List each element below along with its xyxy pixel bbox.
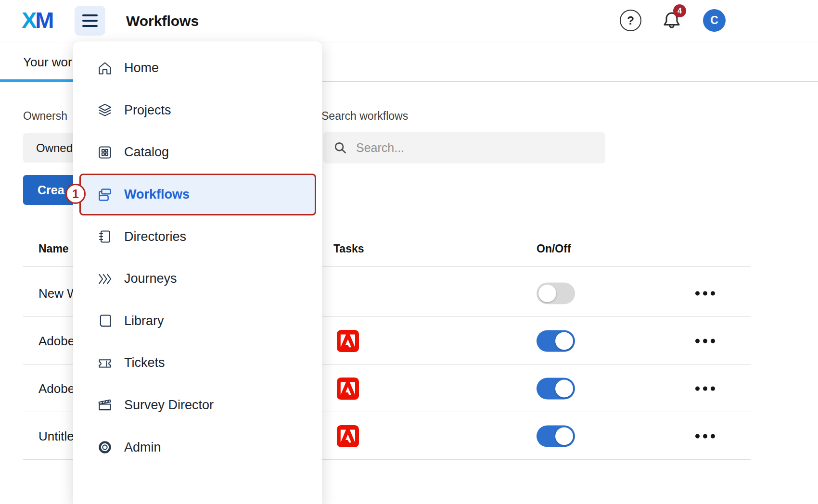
column-header-name: Name xyxy=(38,242,69,255)
top-bar: XM Workflows ? 4 C xyxy=(0,0,818,42)
active-tab-underline xyxy=(0,79,73,82)
menu-item-projects[interactable]: Projects xyxy=(73,89,322,132)
page-title: Workflows xyxy=(126,0,199,42)
toggle-knob xyxy=(555,427,573,445)
column-header-tasks: Tasks xyxy=(333,242,364,255)
row-actions-button[interactable] xyxy=(695,386,715,391)
toggle-knob xyxy=(555,379,573,397)
global-nav-menu-button[interactable] xyxy=(75,6,105,36)
annotation-step-badge: 1 xyxy=(65,184,86,204)
toggle-knob xyxy=(538,284,556,302)
workflow-name: Adobe xyxy=(38,333,75,348)
workflows-page: XM Workflows ? 4 C Your wor Ownersh Sear… xyxy=(0,0,818,504)
notification-count-badge: 4 xyxy=(673,4,686,17)
tab-your-workflows[interactable]: Your wor xyxy=(23,42,72,82)
on-off-toggle[interactable] xyxy=(537,378,575,399)
catalog-icon xyxy=(96,144,114,161)
adobe-task-icon xyxy=(337,378,359,400)
search-input[interactable] xyxy=(356,141,577,155)
directories-icon xyxy=(96,228,114,245)
ownership-label: Ownersh xyxy=(23,110,67,123)
projects-icon xyxy=(96,101,114,119)
menu-item-directories[interactable]: Directories xyxy=(73,215,322,258)
admin-gear-icon xyxy=(96,439,114,456)
adobe-task-icon xyxy=(337,425,359,447)
menu-item-workflows[interactable]: Workflows xyxy=(79,174,316,216)
workflow-name: Untitle xyxy=(38,428,74,443)
adobe-task-icon xyxy=(337,330,359,352)
tickets-icon xyxy=(96,354,114,372)
on-off-toggle[interactable] xyxy=(537,425,575,447)
search-icon xyxy=(333,140,347,155)
global-nav-menu: Home Projects Catalog Workflows Director xyxy=(73,41,322,504)
user-avatar[interactable]: C xyxy=(703,9,726,32)
workflow-name: Adobe xyxy=(38,381,75,396)
menu-item-journeys[interactable]: Journeys xyxy=(73,258,322,300)
workflows-icon xyxy=(96,186,114,203)
menu-item-admin[interactable]: Admin xyxy=(73,426,322,468)
row-actions-button[interactable] xyxy=(695,291,715,295)
on-off-toggle[interactable] xyxy=(537,282,575,304)
help-icon[interactable]: ? xyxy=(620,10,641,31)
menu-item-survey-director[interactable]: Survey Director xyxy=(73,384,322,427)
menu-item-library[interactable]: Library xyxy=(73,300,322,342)
library-icon xyxy=(96,312,114,329)
search-workflows-label: Search workflows xyxy=(321,110,408,123)
home-icon xyxy=(96,60,114,77)
menu-item-catalog[interactable]: Catalog xyxy=(73,131,322,174)
xm-logo: XM xyxy=(22,7,53,33)
notifications-bell-icon[interactable]: 4 xyxy=(660,9,683,32)
column-header-onoff: On/Off xyxy=(537,242,571,255)
search-box xyxy=(323,132,605,164)
hamburger-icon xyxy=(82,14,98,16)
row-actions-button[interactable] xyxy=(695,339,715,343)
on-off-toggle[interactable] xyxy=(537,330,575,352)
survey-director-icon xyxy=(96,397,114,414)
journeys-icon xyxy=(96,270,114,288)
toggle-knob xyxy=(555,332,573,350)
menu-item-home[interactable]: Home xyxy=(73,47,322,89)
menu-item-tickets[interactable]: Tickets xyxy=(73,342,322,384)
row-actions-button[interactable] xyxy=(695,434,715,438)
